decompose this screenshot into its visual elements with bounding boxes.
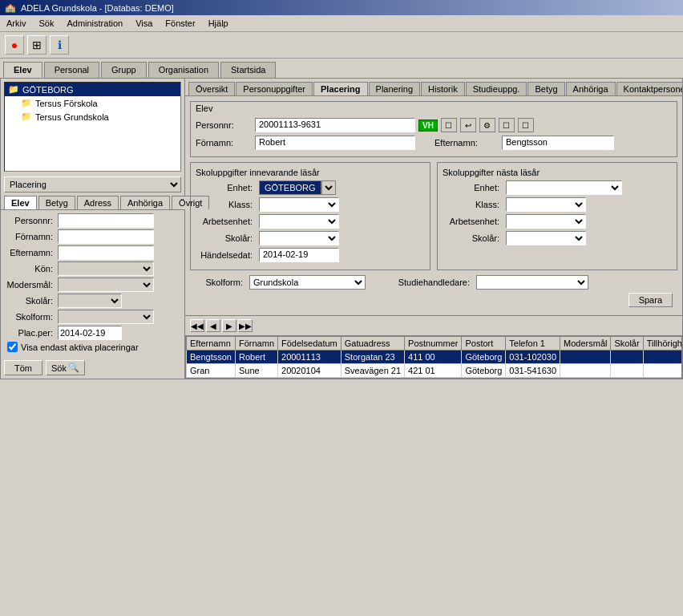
menu-sok[interactable]: Sök	[35, 17, 57, 30]
icon-btn-3[interactable]: ⚙	[479, 118, 495, 132]
icon-btn-5[interactable]: ☐	[518, 118, 534, 132]
col-modersmål[interactable]: Modersmål	[560, 337, 611, 351]
modersmål-select[interactable]	[58, 278, 154, 292]
subtab-anhoriga[interactable]: Anhöriga	[566, 82, 616, 95]
tom-button[interactable]: Töm	[4, 360, 42, 375]
left-tab-anhoriga[interactable]: Anhöriga	[120, 196, 170, 209]
left-dropdown[interactable]: Placering Elev Personal	[4, 176, 181, 192]
studiehandledare-select[interactable]	[476, 275, 588, 290]
personnr-input[interactable]	[58, 213, 154, 228]
personnr-value: 20001113-9631	[255, 118, 415, 132]
skolår-nasta-select[interactable]	[506, 231, 586, 245]
col-skolår[interactable]: Skolår	[611, 337, 643, 351]
title-bar-text: ADELA Grundskola - [Databas: DEMO]	[21, 3, 174, 13]
toolbar-red-btn[interactable]: ●	[5, 35, 24, 55]
enhet-nasta-label: Enhet:	[443, 183, 503, 192]
enhet-nasta-select[interactable]	[506, 180, 622, 195]
table-row[interactable]: GranSune20020104Sveavägen 21421 01Götebo…	[187, 364, 683, 378]
subtab-betyg[interactable]: Betyg	[527, 82, 564, 95]
tree-item-goteborg[interactable]: 📁 GÖTEBORG	[5, 83, 180, 96]
innevarande-header: Skoluppgifter innevarande läsår	[196, 168, 425, 177]
menu-administration[interactable]: Administration	[63, 17, 126, 30]
icon-btn-4[interactable]: ☐	[499, 118, 515, 132]
tab-organisation[interactable]: Organisation	[148, 62, 219, 78]
modersmål-label: Modersmål:	[4, 280, 56, 290]
arbetsenhet-nasta-label: Arbetsenhet:	[443, 217, 503, 226]
col-tillhorighet[interactable]: Tillhörighet för	[643, 337, 682, 351]
skolår-select[interactable]	[58, 294, 122, 308]
col-telefon1[interactable]: Telefon 1	[506, 337, 560, 351]
col-gatuadress[interactable]: Gatuadress	[341, 337, 404, 351]
top-tabs: Elev Personal Grupp Organisation Startsi…	[0, 59, 683, 78]
elev-section-header: Elev	[191, 102, 677, 115]
col-postnummer[interactable]: Postnummer	[405, 337, 462, 351]
menu-fonster[interactable]: Fönster	[162, 17, 198, 30]
efternamn-value: Bengtsson	[502, 136, 614, 150]
nav-first[interactable]: ◀◀	[190, 319, 204, 332]
plac-per-input[interactable]	[58, 326, 122, 340]
tab-personal[interactable]: Personal	[44, 62, 99, 78]
left-dropdown-container: Placering Elev Personal	[1, 175, 184, 194]
efternamn-right-label: Efternamn:	[434, 138, 499, 148]
tab-startsida[interactable]: Startsida	[220, 62, 276, 78]
arbetsenhet-inn-select[interactable]	[259, 214, 339, 229]
skolform-select[interactable]	[58, 310, 154, 324]
sok-button[interactable]: Sök 🔍	[46, 360, 85, 375]
nav-prev[interactable]: ◀	[206, 319, 220, 332]
fornamn-input[interactable]	[58, 229, 154, 244]
skolform-right-label: Skolform:	[190, 278, 246, 287]
visa-aktiva-label: Visa endast aktiva placeringar	[21, 342, 139, 352]
enhet-inn-value: GÖTEBORG	[259, 180, 321, 195]
toolbar-grid-btn[interactable]: ⊞	[27, 35, 46, 55]
col-postort[interactable]: Postort	[462, 337, 506, 351]
left-tab-adress[interactable]: Adress	[77, 196, 119, 209]
arbetsenhet-nasta-select[interactable]	[506, 214, 586, 229]
visa-aktiva-checkbox[interactable]	[7, 342, 18, 352]
subtab-kontaktpersoner[interactable]: Kontaktpersoner	[616, 82, 682, 95]
klass-inn-select[interactable]	[259, 197, 339, 212]
elev-section: Elev Personnr: 20001113-9631 VH ☐ ↩ ⚙ ☐ …	[190, 101, 677, 157]
personnr-label: Personnr:	[4, 216, 56, 225]
student-info-area: Elev Personnr: 20001113-9631 VH ☐ ↩ ⚙ ☐ …	[185, 96, 682, 315]
menu-visa[interactable]: Visa	[132, 17, 156, 30]
subtab-personuppgifter[interactable]: Personuppgifter	[236, 82, 313, 95]
toolbar-info-btn[interactable]: ℹ	[50, 35, 69, 55]
icon-btn-1[interactable]: ☐	[441, 118, 457, 132]
subtab-studieuppg[interactable]: Studieuppg.	[466, 82, 527, 95]
innevarande-section: Skoluppgifter innevarande läsår Enhet: G…	[190, 162, 430, 270]
left-tab-betyg[interactable]: Betyg	[38, 196, 75, 209]
subtab-historik[interactable]: Historik	[421, 82, 465, 95]
klass-nasta-select[interactable]	[506, 197, 586, 212]
efternamn-label: Efternamn:	[4, 248, 56, 257]
sok-label: Sök	[51, 363, 67, 373]
skolform-right-select[interactable]: Grundskola	[249, 275, 366, 290]
tab-grupp[interactable]: Grupp	[101, 62, 147, 78]
right-panel: Översikt Personuppgifter Placering Plane…	[185, 79, 682, 379]
enhet-inn-select[interactable]: ▼	[321, 180, 336, 195]
left-tab-elev[interactable]: Elev	[4, 196, 37, 209]
tree-item-forsokola[interactable]: 📁 Tersus Förskola	[5, 96, 180, 110]
vh-badge[interactable]: VH	[418, 120, 438, 132]
table-row[interactable]: BengtssonRobert20001113Storgatan 23411 0…	[187, 351, 683, 364]
icon-btn-2[interactable]: ↩	[460, 118, 476, 132]
menu-hjalp[interactable]: Hjälp	[205, 17, 232, 30]
skolår-inn-select[interactable]	[259, 231, 339, 245]
tab-elev[interactable]: Elev	[3, 62, 42, 78]
kon-select[interactable]	[58, 261, 154, 276]
nav-last[interactable]: ▶▶	[238, 319, 253, 332]
nav-next[interactable]: ▶	[222, 319, 236, 332]
col-efternamn[interactable]: Efternamn	[187, 337, 236, 351]
spara-button[interactable]: Spara	[628, 293, 673, 307]
col-fornamn[interactable]: Förnamn	[235, 337, 277, 351]
subtab-oversikt[interactable]: Översikt	[188, 82, 235, 95]
subtab-placering[interactable]: Placering	[313, 82, 368, 95]
folder-icon-forskola: 📁	[21, 98, 32, 108]
col-fodelsedatum[interactable]: Födelsedatum	[278, 337, 342, 351]
fornamn-label: Förnamn:	[4, 232, 56, 241]
menu-arkiv[interactable]: Arkiv	[3, 17, 29, 30]
efternamn-input[interactable]	[58, 245, 154, 260]
nasta-section: Skoluppgifter nästa läsår Enhet: Klass:	[437, 162, 677, 270]
subtab-planering[interactable]: Planering	[369, 82, 420, 95]
tree-item-grundskola[interactable]: 📁 Tersus Grundskola	[5, 110, 180, 124]
left-tabs: Elev Betyg Adress Anhöriga Övrigt	[4, 196, 181, 209]
